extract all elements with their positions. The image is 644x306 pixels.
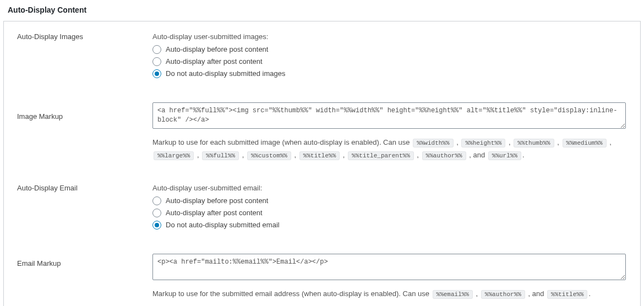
radio-images-none[interactable] (152, 69, 161, 78)
radio-email-none-label: Do not auto-display submitted email (166, 220, 280, 231)
token: %%title_parent%% (348, 151, 414, 160)
radio-email-after[interactable] (152, 209, 161, 217)
token: %%large%% (154, 151, 194, 160)
legend-images: Auto-display user-submitted images: (152, 32, 626, 41)
section-title: Auto-Display Content (0, 3, 644, 17)
label-email-markup: Email Markup (4, 243, 147, 306)
row-auto-display-email: Auto-Display Email Auto-display user-sub… (4, 173, 640, 243)
token: %%full%% (202, 151, 239, 160)
textarea-image-markup[interactable] (152, 102, 626, 129)
token: %%author%% (422, 151, 466, 160)
radio-images-after[interactable] (152, 57, 161, 66)
token: %%email%% (433, 290, 473, 299)
token: %%thumb%% (514, 139, 554, 147)
desc-email-markup: Markup to use for the submitted email ad… (152, 287, 626, 300)
radio-images-before[interactable] (152, 45, 161, 54)
token: %%custom%% (247, 151, 291, 160)
token: %%title%% (299, 151, 340, 160)
token: %%title%% (547, 290, 587, 299)
token: %%author%% (481, 290, 525, 299)
radio-images-after-label: Auto-display after post content (166, 56, 263, 67)
radio-email-after-label: Auto-display after post content (166, 207, 263, 218)
radio-email-before[interactable] (152, 196, 161, 205)
textarea-email-markup[interactable] (152, 254, 626, 280)
row-email-markup: Email Markup Markup to use for the submi… (4, 243, 640, 306)
token: %%width%% (413, 139, 453, 147)
token: %%medium%% (563, 139, 607, 147)
token: %%height%% (461, 139, 505, 147)
radio-email-none[interactable] (152, 221, 161, 230)
row-auto-display-images: Auto-Display Images Auto-display user-su… (4, 21, 640, 91)
radio-images-none-label: Do not auto-display submitted images (166, 68, 286, 79)
label-image-markup: Image Markup (4, 91, 147, 173)
radio-images-before-label: Auto-display before post content (166, 44, 268, 55)
row-image-markup: Image Markup Markup to use for each subm… (4, 91, 640, 173)
label-auto-display-email: Auto-Display Email (4, 173, 147, 243)
legend-email: Auto-display user-submitted email: (152, 184, 626, 192)
settings-panel: Auto-Display Images Auto-display user-su… (3, 21, 641, 306)
radio-email-before-label: Auto-display before post content (166, 195, 268, 206)
label-auto-display-images: Auto-Display Images (4, 21, 147, 91)
token: %%url%% (488, 151, 521, 160)
desc-image-markup: Markup to use for each submitted image (… (152, 136, 626, 162)
